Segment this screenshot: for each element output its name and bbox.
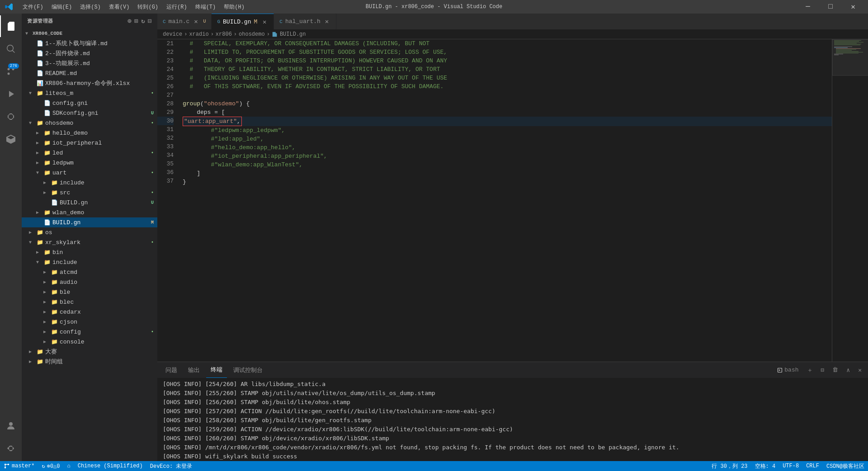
breadcrumb-item[interactable]: xradio: [189, 31, 208, 38]
terminal-shell-selector[interactable]: bash: [774, 366, 801, 374]
source-control-activity-icon[interactable]: 276: [0, 61, 22, 82]
cursor-position-item[interactable]: 行 30，列 23: [708, 461, 751, 471]
list-item[interactable]: ▼ 📁 xr_skylark •: [22, 237, 157, 247]
list-item[interactable]: ▶ 📁 cjson: [22, 317, 157, 327]
settings-activity-icon[interactable]: [0, 438, 22, 459]
explorer-activity-icon[interactable]: [0, 15, 22, 37]
list-item[interactable]: ▶ 📁 console: [22, 337, 157, 347]
list-item[interactable]: ▶ 📁 ledpwm: [22, 158, 157, 168]
menu-edit[interactable]: 编辑(E): [48, 2, 76, 12]
breadcrumb-item[interactable]: ohosdemo: [239, 31, 265, 38]
tab-close-button[interactable]: ✕: [192, 18, 199, 25]
list-item[interactable]: ▶ 📁 大赛: [22, 347, 157, 357]
home-status-item[interactable]: ⌂: [64, 461, 74, 471]
tabs-bar: C main.c ✕ U G BUILD.gn M ✕ C hal_uart.h…: [157, 14, 868, 29]
minimize-button[interactable]: ─: [797, 0, 818, 14]
search-activity-icon[interactable]: [0, 38, 22, 60]
plugin-item[interactable]: CSDN@极客社区: [823, 461, 868, 471]
list-item[interactable]: ▼ 📁 liteos_m •: [22, 88, 157, 98]
menu-file[interactable]: 文件(F): [19, 2, 47, 12]
code-line: deps = [: [183, 108, 832, 117]
list-item[interactable]: 📄 1--系统卜载与编译.md: [22, 38, 157, 48]
collapse-all-icon[interactable]: ⊟: [148, 17, 152, 25]
list-item[interactable]: ▶ 📁 ble: [22, 287, 157, 297]
list-item[interactable]: 📄 BUILD.gn U: [22, 198, 157, 207]
add-terminal-button[interactable]: ＋: [804, 365, 816, 375]
terminal-content[interactable]: [OHOS INFO] [254/260] AR libs/libdump_st…: [157, 378, 868, 461]
panel-tab-output[interactable]: 输出: [184, 362, 204, 378]
menu-terminal[interactable]: 终端(T): [192, 2, 220, 12]
tab-build-gn[interactable]: G BUILD.gn M ✕: [212, 14, 274, 29]
git-branch-status[interactable]: master*: [0, 461, 38, 471]
account-activity-icon[interactable]: [0, 415, 22, 437]
refresh-icon[interactable]: ↻: [141, 17, 145, 25]
close-button[interactable]: ✕: [843, 0, 863, 14]
line-ending-item[interactable]: CRLF: [802, 461, 823, 471]
maximize-button[interactable]: □: [820, 0, 841, 14]
menu-run[interactable]: 运行(R): [163, 2, 191, 12]
list-item[interactable]: ▶ 📁 时间组: [22, 357, 157, 367]
tab-hal-uart-h[interactable]: C hal_uart.h ✕: [274, 14, 336, 29]
new-file-icon[interactable]: ⊕: [127, 17, 132, 25]
list-item[interactable]: ▶ 📁 cedarx: [22, 307, 157, 317]
active-file-item[interactable]: 📄 BUILD.gn M: [22, 217, 157, 227]
list-item[interactable]: ▶ 📁 bin: [22, 247, 157, 257]
list-item[interactable]: ▶ 📁 hello_demo: [22, 128, 157, 138]
split-terminal-button[interactable]: ⊟: [818, 366, 827, 375]
list-item[interactable]: ▶ 📁 src •: [22, 188, 157, 198]
list-item[interactable]: ▶ 📁 include: [22, 178, 157, 188]
list-item[interactable]: ▶ 📁 config •: [22, 327, 157, 337]
maximize-panel-button[interactable]: ∧: [844, 366, 853, 375]
list-item[interactable]: ▶ 📁 wlan_demo: [22, 207, 157, 217]
code-content[interactable]: # SPECIAL, EXEMPLARY, OR CONSEQUENTIAL D…: [179, 39, 832, 362]
code-line: # SPECIAL, EXEMPLARY, OR CONSEQUENTIAL D…: [183, 39, 832, 48]
menu-view[interactable]: 查看(V): [105, 2, 133, 12]
folder-icon: 📁: [51, 308, 58, 316]
new-folder-icon[interactable]: ⊞: [134, 17, 138, 25]
deveco-label: DevEco: 未登录: [150, 462, 193, 470]
list-item[interactable]: ▶ 📁 blec: [22, 297, 157, 307]
list-item[interactable]: ▶ 📁 os: [22, 227, 157, 237]
tab-label: main.c: [169, 18, 190, 25]
breadcrumb-file[interactable]: BUILD.gn: [272, 31, 306, 38]
list-item[interactable]: 📊 XR806-harmony-命令例.xlsx: [22, 78, 157, 88]
list-item[interactable]: ▼ 📁 uart •: [22, 168, 157, 178]
encoding-item[interactable]: UTF-8: [779, 461, 802, 471]
list-item[interactable]: ▶ 📁 iot_peripheral: [22, 138, 157, 148]
list-item[interactable]: 📄 README.md: [22, 68, 157, 78]
menu-help[interactable]: 帮助(H): [220, 2, 248, 12]
list-item[interactable]: ▼ 📁 include: [22, 257, 157, 267]
breadcrumb-item[interactable]: xr806: [216, 31, 232, 38]
tree-root[interactable]: ▼ XR806_CODE: [22, 28, 157, 38]
list-item[interactable]: ▶ 📁 audio: [22, 277, 157, 287]
menu-goto[interactable]: 转到(G): [134, 2, 162, 12]
sync-status-item[interactable]: ↻ ⊗0△0: [38, 461, 63, 471]
close-panel-button[interactable]: ✕: [855, 366, 864, 375]
menu-select[interactable]: 选择(S): [76, 2, 104, 12]
code-editor[interactable]: 2122232425262728293031323334353637 # SPE…: [157, 39, 832, 362]
panel-tab-terminal[interactable]: 终端: [206, 362, 227, 378]
list-item[interactable]: 📄 config.gni: [22, 98, 157, 108]
kill-terminal-button[interactable]: 🗑: [830, 366, 841, 374]
list-item[interactable]: ▶ 📁 led •: [22, 148, 157, 158]
deveco-status-item[interactable]: DevEco: 未登录: [146, 461, 196, 471]
breadcrumb-item[interactable]: device: [163, 31, 182, 38]
list-item[interactable]: ▼ 📁 ohosdemo •: [22, 118, 157, 128]
folder-icon: 📁: [43, 129, 51, 137]
language-status-item[interactable]: Chinese (Simplified): [74, 461, 146, 471]
remote-activity-icon[interactable]: [0, 128, 22, 150]
file-icon: 📄: [36, 50, 43, 57]
run-debug-activity-icon[interactable]: [0, 83, 22, 105]
list-item[interactable]: 📄 2--固件烧录.md: [22, 48, 157, 58]
list-item[interactable]: 📄 3--功能展示.md: [22, 58, 157, 68]
extensions-activity-icon[interactable]: [0, 106, 22, 127]
list-item[interactable]: 📄 SDKconfig.gni U: [22, 108, 157, 118]
tab-close-button[interactable]: ✕: [323, 18, 330, 25]
panel-tab-problems[interactable]: 问题: [161, 362, 182, 378]
tab-main-c[interactable]: C main.c ✕ U: [157, 14, 212, 29]
minimap-svg: [832, 39, 868, 220]
indent-item[interactable]: 空格: 4: [751, 461, 779, 471]
tab-close-button[interactable]: ✕: [261, 18, 268, 25]
panel-tab-debug-console[interactable]: 调试控制台: [229, 362, 267, 378]
list-item[interactable]: ▶ 📁 atcmd: [22, 267, 157, 277]
